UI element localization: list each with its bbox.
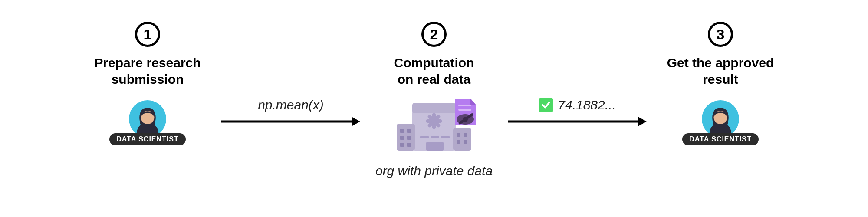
step-number-badge: 3: [708, 22, 733, 47]
building-icon: [391, 94, 477, 159]
step-1: 1 Prepare research submission DATA SCIEN…: [74, 22, 221, 145]
workflow-diagram: 1 Prepare research submission DATA SCIEN…: [0, 0, 868, 217]
arrow-right-icon: [508, 115, 647, 128]
step-title-line2: result: [667, 71, 774, 88]
step-title-line1: Get the approved: [667, 55, 774, 71]
svg-rect-16: [400, 136, 404, 140]
step-3: 3 Get the approved result DATA SCIENTIST: [647, 22, 794, 145]
arrow-1-code-text: np.mean(x): [258, 98, 324, 112]
arrow-1-label: np.mean(x): [258, 98, 324, 112]
step-title-line1: Prepare research: [94, 55, 201, 71]
step-title-line2: on real data: [394, 71, 474, 88]
step-title-line2: submission: [94, 71, 201, 88]
step-number-text: 3: [717, 26, 725, 43]
actor: DATA SCIENTIST: [109, 100, 185, 145]
svg-rect-18: [400, 143, 404, 147]
private-document-icon: [455, 99, 476, 125]
arrow-2: 74.1882...: [508, 98, 647, 128]
person-avatar-icon: [702, 100, 739, 138]
person-avatar-icon: [129, 100, 166, 138]
actor: DATA SCIENTIST: [682, 100, 758, 145]
svg-marker-31: [638, 117, 647, 126]
step-title: Get the approved result: [667, 55, 774, 87]
actor-role-badge: DATA SCIENTIST: [682, 133, 758, 145]
svg-rect-17: [407, 136, 411, 140]
actor-role-badge: DATA SCIENTIST: [109, 133, 185, 145]
svg-rect-15: [407, 129, 411, 133]
step-title: Computation on real data: [394, 55, 474, 87]
svg-rect-12: [426, 142, 444, 151]
arrow-2-result-text: 74.1882...: [558, 98, 615, 112]
step-title-line1: Computation: [394, 55, 474, 71]
svg-rect-26: [458, 109, 471, 111]
svg-rect-10: [431, 136, 439, 138]
checkmark-icon: [539, 98, 553, 112]
avatar: [129, 100, 166, 138]
avatar: [702, 100, 739, 138]
arrow-right-icon: [221, 115, 360, 128]
svg-rect-4: [412, 103, 456, 113]
org-caption: org with private data: [375, 164, 493, 178]
org-illustration: org with private data: [375, 94, 493, 178]
arrow-1: np.mean(x): [221, 98, 360, 128]
step-2: 2 Computation on real data: [360, 22, 508, 178]
svg-rect-11: [441, 136, 450, 138]
step-number-text: 2: [430, 26, 438, 43]
svg-rect-14: [400, 129, 404, 133]
step-number-badge: 1: [135, 22, 160, 47]
svg-rect-21: [457, 133, 460, 137]
svg-rect-19: [407, 143, 411, 147]
svg-rect-13: [397, 124, 415, 151]
svg-marker-2: [352, 117, 360, 126]
svg-rect-9: [420, 136, 429, 138]
svg-rect-25: [458, 105, 471, 106]
svg-rect-22: [464, 133, 467, 137]
svg-rect-23: [457, 140, 460, 144]
step-number-text: 1: [144, 26, 152, 43]
step-title: Prepare research submission: [94, 55, 201, 87]
svg-rect-20: [453, 128, 471, 151]
svg-rect-24: [464, 140, 467, 144]
step-number-badge: 2: [421, 22, 447, 47]
arrow-2-label: 74.1882...: [539, 98, 615, 112]
